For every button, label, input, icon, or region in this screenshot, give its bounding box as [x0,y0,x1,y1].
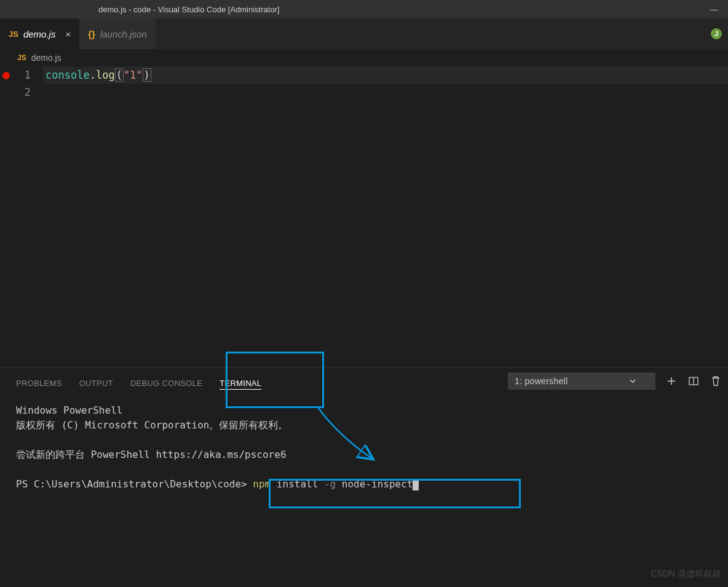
tab-terminal[interactable]: TERMINAL [220,379,261,389]
close-icon[interactable]: × [65,29,71,39]
terminal-output[interactable]: Windows PowerShell 版权所有 (C) Microsoft Co… [0,400,728,495]
new-terminal-button[interactable] [665,375,678,387]
terminal-prompt-line: PS C:\Users\Administrator\Desktop\code> … [16,477,712,492]
breadcrumb[interactable]: JS demo.js [0,49,728,66]
breakpoint-gutter[interactable] [0,66,12,101]
window-title: demo.js - code - Visual Studio Code [Adm… [98,5,280,14]
line-number: 2 [12,84,31,101]
kill-terminal-button[interactable] [710,375,722,387]
js-file-icon: JS [17,53,26,62]
minimize-button[interactable]: — [700,0,728,18]
panel-toolbar: 1: powershell [508,372,722,390]
terminal-command: npm [253,478,271,490]
tab-demo-js[interactable]: JS demo.js × [0,18,79,49]
watermark: CSDN @虚坏叔叔 [651,569,721,580]
line-number: 1 [12,66,31,84]
bottom-panel: PROBLEMS OUTPUT DEBUG CONSOLE TERMINAL 1… [0,367,728,587]
tab-launch-json[interactable]: {} launch.json [79,18,156,49]
tab-label: launch.json [100,29,147,39]
json-file-icon: {} [88,29,95,39]
code-content[interactable]: console.log("1") [43,66,728,101]
chevron-down-icon [629,377,636,385]
tab-label: demo.js [23,29,56,39]
terminal-select-label: 1: powershell [515,376,568,386]
terminal-prompt: PS C:\Users\Administrator\Desktop\code> [16,478,253,490]
panel-tabs: PROBLEMS OUTPUT DEBUG CONSOLE TERMINAL 1… [0,368,728,400]
tab-problems[interactable]: PROBLEMS [16,379,62,389]
token-function: log [96,69,115,81]
code-editor[interactable]: 1 2 console.log("1") [0,66,728,101]
breakpoint-icon[interactable] [2,72,10,79]
terminal-line: 版权所有 (C) Microsoft Corporation。保留所有权利。 [16,418,712,433]
tab-output[interactable]: OUTPUT [79,379,113,389]
split-terminal-button[interactable] [687,375,700,387]
terminal-line: 尝试新的跨平台 PowerShell https://aka.ms/pscore… [16,447,712,462]
editor-tabs: JS demo.js × {} launch.json J [0,18,728,49]
tab-debug-console[interactable]: DEBUG CONSOLE [130,379,202,389]
terminal-line: Windows PowerShell [16,403,712,418]
extension-icon[interactable]: J [711,28,722,39]
token-object: console [46,69,90,81]
terminal-select[interactable]: 1: powershell [508,372,655,390]
token-string: "1" [124,69,143,81]
breadcrumb-label: demo.js [31,53,61,63]
js-file-icon: JS [9,30,18,39]
window-controls: — [700,0,728,18]
title-bar: demo.js - code - Visual Studio Code [Adm… [0,0,728,18]
terminal-cursor [413,479,419,490]
line-numbers: 1 2 [12,66,43,101]
